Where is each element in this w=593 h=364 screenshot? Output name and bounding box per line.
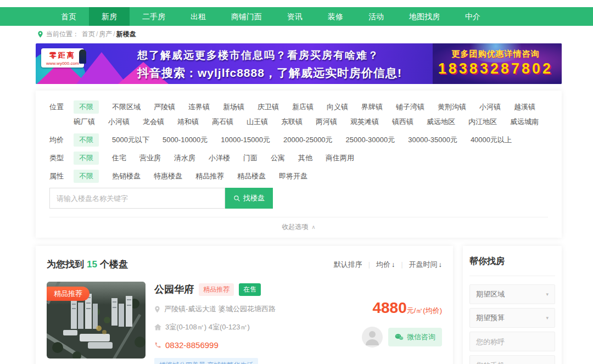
filter-option[interactable]: 铺子湾镇 [396,102,424,112]
filter-row-0: 位置不限不限区域严陵镇连界镇新场镇庆卫镇新店镇向义镇界牌镇铺子湾镇黄荆沟镇小河镇… [49,99,548,129]
tag-featured: 精品推荐 [199,283,234,296]
sidebar-select-label: 期望区域 [476,289,505,299]
filter-option[interactable]: 镇西镇 [392,117,413,127]
nav-item-6[interactable]: 装修 [315,7,356,26]
filter-option[interactable]: 连界镇 [188,102,210,112]
filter-option[interactable]: 威远地区 [427,117,455,127]
filter-option[interactable]: 碗厂镇 [74,117,95,127]
filter-option[interactable]: 不限区域 [112,102,141,112]
search-button[interactable]: 找楼盘 [225,188,273,209]
nav-item-0[interactable]: 首页 [48,7,89,26]
sidebar-input-3[interactable] [469,355,555,364]
filter-option[interactable]: 10000-15000元 [221,135,270,145]
filter-option-selected[interactable]: 不限 [74,133,99,147]
filter-option[interactable]: 小河镇 [479,102,501,112]
filter-option[interactable]: 热销楼盘 [112,171,141,181]
listing-photo[interactable]: 精品推荐 [47,282,146,359]
filter-line: 不限5000元以下5000-10000元10000-15000元20000-25… [74,132,548,147]
listing-info: 公园华府 精品推荐 在售 严陵镇-威远大道 婆城公园花塘西路 3室(0-108㎡… [154,282,276,364]
wechat-consult-button[interactable]: 微信咨询 [388,328,442,346]
rooms-text: 3室(0-108㎡) 4室(0-123㎡) [165,322,250,332]
banner-contact: 更多团购优惠详情咨询 18383287802 [438,49,553,77]
filter-label-0: 位置 [49,99,74,129]
listing-card[interactable]: 精品推荐 公园华府 精品推荐 在售 严陵镇-威远大道 婆城公园花塘西路 [47,282,442,364]
listing-right: 4880元/㎡(均价) 微信咨询 [362,299,442,348]
collapse-options-button[interactable]: 收起选项∧ [49,217,548,238]
sidebar-select-1[interactable]: 期望预算▾ [469,308,555,328]
chevron-down-icon: ▾ [546,315,549,321]
sort-option-0[interactable]: 默认排序 [334,260,362,270]
filter-option[interactable]: 东联镇 [281,117,303,127]
filter-option[interactable]: 住宅 [112,153,126,163]
ribbon-badge: 精品推荐 [47,287,89,301]
filter-option[interactable]: 即将开盘 [279,171,307,181]
top-nav: 首页新房二手房出租商铺门面资讯装修活动地图找房中介 [0,7,593,26]
filter-option[interactable]: 5000元以下 [112,135,149,145]
nav-item-7[interactable]: 活动 [356,7,396,26]
filter-option-selected[interactable]: 不限 [74,170,99,183]
filter-option[interactable]: 界牌镇 [361,102,383,112]
nav-item-4[interactable]: 商铺门面 [219,7,275,26]
filter-option[interactable]: 内江地区 [468,117,497,127]
listing-phone[interactable]: 0832-8856999 [154,340,276,350]
filter-option[interactable]: 两河镇 [316,117,337,127]
filter-label-3: 属性 [49,169,74,183]
filter-option-selected[interactable]: 不限 [74,100,99,114]
ad-banner[interactable]: 零距离 www.wy000.com 想了解威远更多楼市信息吗？看房买房有啥难？ … [36,43,562,84]
filter-option-selected[interactable]: 不限 [74,152,99,165]
sidebar-select-0[interactable]: 期望区域▾ [469,284,555,304]
filter-option[interactable]: 营业房 [139,153,161,163]
breadcrumb-path: 首页/房产/新楼盘 [82,30,136,39]
banner-logo-site: www.wy000.com [46,61,79,66]
filter-option[interactable]: 向义镇 [327,102,348,112]
listing-title[interactable]: 公园华府 [154,283,194,296]
filter-line: 不限不限区域严陵镇连界镇新场镇庆卫镇新店镇向义镇界牌镇铺子湾镇黄荆沟镇小河镇越溪… [74,99,548,114]
filter-option[interactable]: 小洋楼 [209,153,230,163]
sort-option-2[interactable]: 开盘时间↓ [409,260,443,270]
filter-option[interactable]: 精品楼盘 [237,171,266,181]
keyword-input[interactable] [49,188,225,209]
tag-onsale: 在售 [239,283,261,296]
nav-item-9[interactable]: 中介 [452,7,493,26]
nav-item-2[interactable]: 二手房 [130,7,178,26]
filter-option[interactable]: 20000-25000元 [283,135,333,145]
filter-option[interactable]: 庆卫镇 [258,102,279,112]
agent-avatar [362,327,383,348]
filter-option[interactable]: 精品推荐 [195,171,224,181]
nav-item-8[interactable]: 地图找房 [396,7,452,26]
nav-item-3[interactable]: 出租 [178,7,219,26]
filter-option[interactable]: 越溪镇 [514,102,535,112]
nav-item-5[interactable]: 资讯 [275,7,315,26]
filter-option[interactable]: 小河镇 [108,117,130,127]
filter-label-2: 类型 [49,150,74,165]
nav-item-1[interactable]: 新房 [89,7,130,26]
filter-option[interactable]: 龙会镇 [143,117,164,127]
sidebar-input-2[interactable] [469,332,555,351]
filter-option[interactable]: 靖和镇 [177,117,199,127]
filter-option[interactable]: 30000-35000元 [408,135,457,145]
sort-option-1[interactable]: 均价↓ [376,260,395,270]
filter-option[interactable]: 公寓 [271,153,285,163]
filter-option[interactable]: 商住两用 [326,153,354,163]
filter-option[interactable]: 新场镇 [223,102,244,112]
filter-option[interactable]: 其他 [298,153,312,163]
filter-option[interactable]: 高石镇 [212,117,233,127]
filter-option[interactable]: 门面 [243,153,258,163]
filter-option[interactable]: 严陵镇 [154,102,175,112]
breadcrumb-item-0[interactable]: 首页 [82,30,95,38]
breadcrumb-item-2: 新楼盘 [116,30,136,38]
banner-logo-title: 零距离 [46,51,79,60]
breadcrumb-item-1[interactable]: 房产 [99,30,112,38]
house-icon [154,324,161,331]
filter-option[interactable]: 新店镇 [292,102,314,112]
filter-option[interactable]: 清水房 [174,153,195,163]
filter-option[interactable]: 特惠楼盘 [154,171,182,181]
filter-option[interactable]: 威远城南 [510,117,539,127]
filter-option[interactable]: 山王镇 [247,117,268,127]
filter-option[interactable]: 5000-10000元 [163,135,208,145]
filter-option[interactable]: 25000-30000元 [346,135,395,145]
filter-option[interactable]: 40000元以上 [471,135,512,145]
filter-option[interactable]: 黄荆沟镇 [438,102,466,112]
filter-options-3: 不限热销楼盘特惠楼盘精品推荐精品楼盘即将开盘 [74,169,548,183]
filter-option[interactable]: 观英滩镇 [350,117,379,127]
